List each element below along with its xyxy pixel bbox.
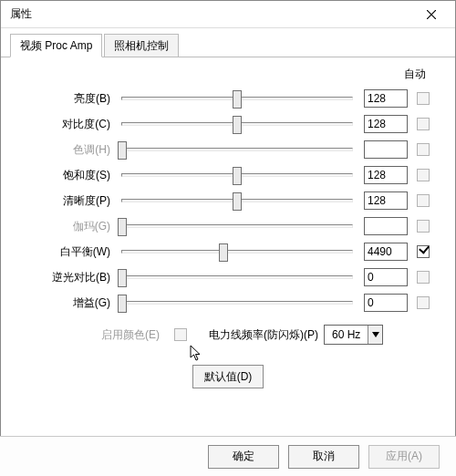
- cancel-button[interactable]: 取消: [288, 445, 359, 469]
- defaults-row: 默认值(D): [26, 365, 430, 388]
- proc-amp-panel: 自动 亮度(B)128对比度(C)128色调(H)饱和度(S)128清晰度(P)…: [1, 57, 455, 398]
- slider-row-backlight: 逆光对比(B)0: [26, 264, 430, 290]
- backlight-auto-checkbox: [417, 271, 430, 284]
- chevron-down-icon: [368, 326, 382, 344]
- apply-button-label: 应用(A): [386, 449, 422, 464]
- slider-row-contrast: 对比度(C)128: [26, 111, 430, 137]
- whitebal-auto-checkbox[interactable]: [417, 245, 430, 258]
- backlight-slider[interactable]: [116, 265, 358, 289]
- sharpness-slider[interactable]: [116, 189, 358, 212]
- tab-camera-control[interactable]: 照相机控制: [104, 34, 179, 57]
- apply-button[interactable]: 应用(A): [368, 445, 440, 469]
- defaults-button[interactable]: 默认值(D): [192, 365, 264, 388]
- whitebal-label: 白平衡(W): [26, 244, 116, 260]
- brightness-slider[interactable]: [116, 87, 358, 110]
- close-icon: [427, 10, 436, 19]
- contrast-slider-thumb[interactable]: [233, 116, 242, 134]
- powerline-value: 60 Hz: [325, 328, 368, 341]
- gain-label: 增益(G): [26, 295, 116, 311]
- saturation-label: 饱和度(S): [26, 168, 116, 183]
- color-enable-checkbox: [174, 328, 187, 341]
- tab-video-proc-amp[interactable]: 视频 Proc Amp: [10, 34, 102, 57]
- tabstrip: 视频 Proc Amp 照相机控制: [1, 28, 455, 57]
- brightness-slider-thumb[interactable]: [233, 90, 242, 109]
- saturation-slider[interactable]: [116, 163, 358, 187]
- contrast-value[interactable]: 128: [364, 115, 408, 133]
- slider-row-gamma: 伽玛(G): [26, 213, 430, 239]
- contrast-slider[interactable]: [116, 112, 358, 136]
- slider-row-brightness: 亮度(B)128: [26, 86, 430, 111]
- gamma-slider: [116, 214, 358, 238]
- slider-row-whitebal: 白平衡(W)4490: [26, 239, 430, 264]
- hue-label: 色调(H): [26, 142, 116, 158]
- hue-slider: [116, 138, 358, 161]
- svg-marker-2: [372, 332, 379, 337]
- backlight-value[interactable]: 0: [364, 268, 408, 286]
- cancel-button-label: 取消: [313, 449, 335, 464]
- saturation-slider-thumb[interactable]: [233, 167, 242, 185]
- brightness-auto-checkbox: [417, 92, 430, 105]
- slider-row-gain: 增益(G)0: [26, 290, 430, 316]
- powerline-label: 电力线频率(防闪烁)(P): [209, 327, 318, 343]
- saturation-value[interactable]: 128: [364, 166, 408, 184]
- brightness-value[interactable]: 128: [364, 89, 408, 108]
- gamma-auto-checkbox: [417, 220, 430, 233]
- sharpness-value[interactable]: 128: [364, 191, 408, 210]
- close-button[interactable]: [415, 4, 448, 26]
- backlight-slider-thumb[interactable]: [118, 269, 127, 287]
- hue-value: [364, 140, 408, 159]
- gain-slider[interactable]: [116, 291, 358, 315]
- sharpness-auto-checkbox: [417, 194, 430, 207]
- gain-auto-checkbox: [417, 296, 430, 309]
- brightness-label: 亮度(B): [26, 91, 116, 107]
- contrast-label: 对比度(C): [26, 117, 116, 132]
- whitebal-value[interactable]: 4490: [364, 243, 408, 261]
- gamma-slider-thumb: [118, 218, 127, 236]
- gain-value[interactable]: 0: [364, 294, 408, 312]
- titlebar: 属性: [1, 1, 455, 28]
- whitebal-slider-thumb[interactable]: [219, 243, 228, 262]
- window-title: 属性: [10, 6, 32, 22]
- powerline-combo[interactable]: 60 Hz: [324, 325, 383, 345]
- backlight-label: 逆光对比(B): [26, 270, 116, 285]
- color-enable-label: 启用颜色(E): [26, 327, 165, 343]
- slider-row-hue: 色调(H): [26, 137, 430, 162]
- color-and-freq-row: 启用颜色(E) 电力线频率(防闪烁)(P) 60 Hz: [26, 321, 430, 348]
- tab-label: 照相机控制: [114, 39, 169, 52]
- slider-row-saturation: 饱和度(S)128: [26, 162, 430, 188]
- hue-auto-checkbox: [417, 143, 430, 156]
- tab-label: 视频 Proc Amp: [20, 39, 92, 52]
- defaults-button-label: 默认值(D): [204, 369, 253, 385]
- sharpness-label: 清晰度(P): [26, 193, 116, 209]
- saturation-auto-checkbox: [417, 169, 430, 181]
- sharpness-slider-thumb[interactable]: [233, 192, 242, 211]
- gamma-value: [364, 217, 408, 235]
- gamma-label: 伽玛(G): [26, 219, 116, 234]
- whitebal-slider[interactable]: [116, 240, 358, 264]
- ok-button-label: 确定: [233, 449, 254, 464]
- slider-row-sharpness: 清晰度(P)128: [26, 188, 430, 213]
- auto-column-header: 自动: [26, 67, 430, 82]
- hue-slider-thumb: [118, 141, 127, 160]
- contrast-auto-checkbox: [417, 118, 430, 130]
- gain-slider-thumb[interactable]: [118, 295, 127, 313]
- ok-button[interactable]: 确定: [208, 445, 279, 469]
- dialog-footer: 确定 取消 应用(A): [0, 436, 456, 476]
